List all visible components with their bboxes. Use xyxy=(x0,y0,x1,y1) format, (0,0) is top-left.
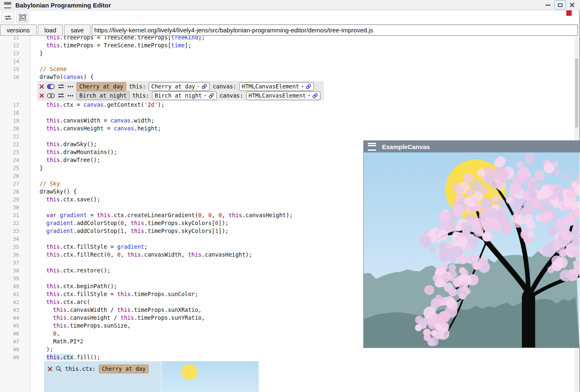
url-input[interactable]: https://lively-kernel.org/lively4/lively… xyxy=(92,24,578,36)
close-icon[interactable] xyxy=(39,84,44,89)
line-number: 17 xyxy=(0,101,30,109)
code-line[interactable]: 49 this.ctx.fill(); xyxy=(0,353,324,361)
swap-connections-button[interactable] xyxy=(1,12,14,23)
code-line[interactable]: 30 xyxy=(0,203,324,211)
code-line[interactable]: 34 xyxy=(0,235,324,243)
code-line[interactable]: 44 this.canvasHeight / this.timeProps.su… xyxy=(0,314,324,322)
code-line[interactable]: 15 // Scene xyxy=(0,65,324,73)
code-line[interactable]: 47 Math.PI*2 xyxy=(0,338,324,345)
magnifier-icon[interactable] xyxy=(56,366,62,372)
more-options-icon[interactable] xyxy=(67,95,73,97)
probe-field-label: this: xyxy=(129,83,146,90)
example-badge[interactable]: Cherry at day xyxy=(99,365,149,373)
value-dropdown[interactable]: HTMLCanvasElement▾ xyxy=(246,91,321,100)
maximize-button[interactable] xyxy=(554,0,566,10)
line-number: 22 xyxy=(0,140,30,148)
code-line[interactable]: 29 this.ctx.save(); xyxy=(0,196,324,203)
code-line[interactable]: 43 this.canvasWidth / this.timeProps.sun… xyxy=(0,306,324,314)
line-number: 41 xyxy=(0,290,30,298)
hamburger-menu-icon[interactable] xyxy=(368,143,376,151)
code-line[interactable]: 41 this.ctx.fillStyle = this.timeProps.s… xyxy=(0,290,324,298)
link-icon[interactable] xyxy=(312,93,318,98)
code-line[interactable]: 16 drawTo(canvas) { xyxy=(0,73,324,81)
link-icon[interactable] xyxy=(201,84,207,89)
chevron-down-icon[interactable]: ▾ xyxy=(204,94,206,98)
code-line[interactable]: 14 xyxy=(0,57,324,65)
sun-preview xyxy=(181,364,197,380)
close-button[interactable] xyxy=(567,1,578,9)
line-number: 15 xyxy=(0,65,30,73)
line-number: 42 xyxy=(0,298,30,306)
close-icon[interactable] xyxy=(48,367,52,371)
code-line[interactable]: 38 this.ctx.restore(); xyxy=(0,267,324,274)
code-area[interactable]: 11 this.treeProps = TreeScene.treeProps[… xyxy=(0,36,324,392)
line-number: 35 xyxy=(0,243,30,251)
chevron-down-icon[interactable]: ▾ xyxy=(301,85,303,88)
line-number: 27 xyxy=(0,180,30,188)
scrollbar-thumb[interactable] xyxy=(575,58,578,128)
line-number: 24 xyxy=(0,156,30,164)
probe-widget: Cherry at daythis:Cherry at day▾canvas:H… xyxy=(37,81,324,101)
code-line[interactable]: 39 xyxy=(0,274,324,282)
code-line[interactable]: 26 xyxy=(0,172,324,180)
probe-example-row: Cherry at daythis:Cherry at day▾canvas:H… xyxy=(39,82,321,91)
code-line[interactable]: 33 gradient.addColorStop(1, this.timePro… xyxy=(0,227,324,235)
value-dropdown[interactable]: HTMLCanvasElement▾ xyxy=(239,82,314,91)
example-badge[interactable]: Cherry at day xyxy=(76,82,126,91)
code-line[interactable]: 21 xyxy=(0,132,324,140)
value-dropdown[interactable]: Cherry at day▾ xyxy=(149,82,210,91)
code-line[interactable]: 48 ); xyxy=(0,345,324,353)
versions-button[interactable]: versions xyxy=(0,24,37,36)
code-line[interactable]: 31 var gradient = this.ctx.createLinearG… xyxy=(0,211,324,219)
link-icon[interactable] xyxy=(208,93,214,98)
code-line[interactable]: 11 this.treeProps = TreeScene.treeProps[… xyxy=(0,36,324,42)
chevron-down-icon[interactable]: ▾ xyxy=(197,85,199,88)
code-line[interactable]: 32 gradient.addColorStop(0, this.timePro… xyxy=(0,219,324,227)
code-line[interactable]: 13 } xyxy=(0,49,324,57)
code-line[interactable]: 36 this.ctx.fillRect(0, 0, this.canvasWi… xyxy=(0,251,324,259)
code-line[interactable]: 20 this.canvasHeight = canvas.height; xyxy=(0,125,324,132)
line-number: 21 xyxy=(0,132,30,140)
code-line[interactable]: 35 this.ctx.fillStyle = gradient; xyxy=(0,243,324,251)
gutter-filler xyxy=(0,361,30,392)
example-canvas-title: ExampleCanvas xyxy=(382,143,430,150)
hamburger-menu-icon[interactable] xyxy=(4,2,11,8)
chevron-down-icon[interactable]: ▾ xyxy=(308,94,310,98)
code-line[interactable]: 18 xyxy=(0,109,324,117)
swap-icon[interactable] xyxy=(58,84,64,89)
close-icon[interactable] xyxy=(39,93,44,98)
more-options-icon[interactable] xyxy=(67,86,73,88)
window-controls xyxy=(542,0,578,10)
recording-indicator xyxy=(566,10,572,16)
swap-icon[interactable] xyxy=(58,93,64,98)
code-line[interactable]: 37 xyxy=(0,259,324,267)
toggle-on-icon[interactable] xyxy=(47,84,55,89)
value-dropdown[interactable]: Birch at night▾ xyxy=(152,91,216,100)
code-line[interactable]: 23 this.drawMountains(); xyxy=(0,148,324,156)
minimize-button[interactable] xyxy=(543,1,553,9)
transform-selection-button[interactable] xyxy=(16,12,29,23)
code-line[interactable]: 40 this.ctx.beginPath(); xyxy=(0,282,324,290)
code-line[interactable]: 25 } xyxy=(0,164,324,172)
toggle-off-icon[interactable] xyxy=(47,93,55,98)
example-canvas-titlebar[interactable]: ExampleCanvas xyxy=(364,141,580,152)
code-line[interactable]: 17 this.ctx = canvas.getContext('2d'); xyxy=(0,101,324,109)
code-line[interactable]: 46 0, xyxy=(0,330,324,338)
code-line[interactable]: 28 drawSky() { xyxy=(0,188,324,196)
dropdown-value: HTMLCanvasElement xyxy=(249,92,306,100)
line-number: 30 xyxy=(0,203,30,211)
link-icon[interactable] xyxy=(306,84,311,89)
load-button[interactable]: load xyxy=(38,24,63,36)
code-line[interactable]: 24 this.drawTree(); xyxy=(0,156,324,164)
code-line[interactable]: 22 this.drawSky(); xyxy=(0,140,324,148)
code-line[interactable]: 45 this.timeProps.sunSize, xyxy=(0,322,324,330)
code-line[interactable]: 12 this.timeProps = TreeScene.timeProps[… xyxy=(0,42,324,49)
code-line[interactable]: 27 // Sky xyxy=(0,180,324,188)
tree-scene-canvas xyxy=(364,152,580,348)
example-canvas-window[interactable]: ExampleCanvas xyxy=(363,140,580,348)
example-badge[interactable]: Birch at night xyxy=(76,91,130,100)
code-line[interactable]: 42 this.ctx.arc( xyxy=(0,298,324,306)
code-line[interactable]: 19 this.canvasWidth = canvas.width; xyxy=(0,117,324,125)
line-number: 47 xyxy=(0,338,30,345)
save-button[interactable]: save xyxy=(64,24,91,36)
